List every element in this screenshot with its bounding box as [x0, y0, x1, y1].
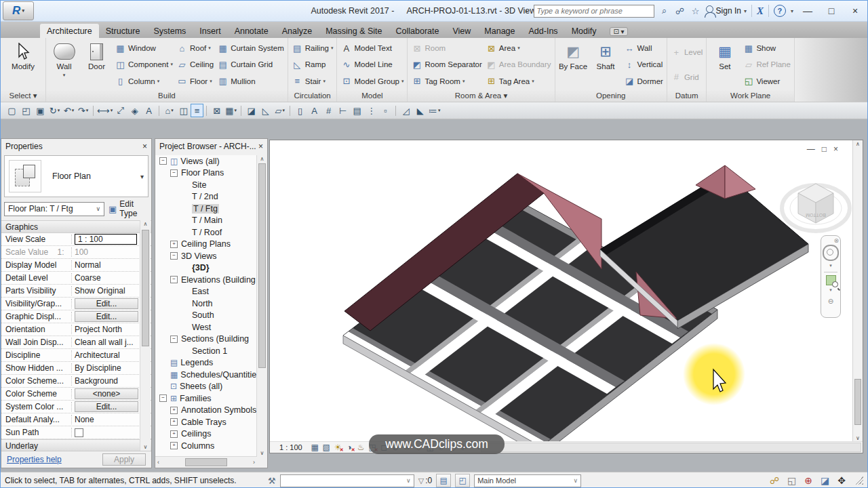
- property-value[interactable]: Coarse: [75, 273, 101, 283]
- tab-manage[interactable]: Manage: [477, 24, 521, 38]
- property-value[interactable]: 100: [75, 247, 88, 257]
- roof-button[interactable]: ⌂Roof▾: [176, 41, 214, 56]
- dormer-button[interactable]: ◪Dormer: [624, 74, 663, 89]
- property-value[interactable]: Project North: [75, 325, 122, 334]
- open-icon[interactable]: ◰: [19, 104, 33, 117]
- tree-item-t-main[interactable]: T / Main: [155, 215, 257, 227]
- search-icon[interactable]: ⌕: [659, 5, 670, 16]
- tree-item-3d-views[interactable]: −3D Views: [155, 250, 257, 262]
- property-value[interactable]: Architectural: [75, 350, 120, 360]
- revit-app-menu-button[interactable]: R▾: [3, 1, 34, 20]
- view-minimize-icon[interactable]: —: [807, 144, 815, 154]
- thin-lines-icon[interactable]: ≡: [191, 104, 203, 117]
- property-value[interactable]: By Discipline: [75, 363, 121, 373]
- switch-windows-icon[interactable]: ▦▾: [224, 104, 238, 117]
- railing-button[interactable]: ▤Railing▾: [292, 41, 334, 56]
- tab-structure[interactable]: Structure: [99, 24, 147, 38]
- join-icon[interactable]: ◣: [413, 104, 427, 117]
- properties-help-link[interactable]: Properties help: [7, 455, 62, 464]
- property-value[interactable]: Clean all wall j...: [75, 338, 134, 347]
- select-underlay-elements-icon[interactable]: ◱: [787, 475, 796, 486]
- tree-item-south[interactable]: South: [155, 310, 257, 322]
- tab-collaborate[interactable]: Collaborate: [389, 24, 446, 38]
- tree-item-north[interactable]: North: [155, 298, 257, 310]
- model-line-button[interactable]: ∿Model Line: [340, 57, 403, 72]
- wall-button[interactable]: Wall▾: [48, 39, 80, 90]
- tree-item-west[interactable]: West: [155, 321, 257, 333]
- tree-item-site[interactable]: Site: [155, 179, 257, 191]
- mullion-button[interactable]: ▥Mullion: [217, 74, 284, 89]
- visual-style-icon[interactable]: ▧: [321, 443, 332, 452]
- expand-toggle-icon[interactable]: +: [170, 442, 178, 449]
- undo-icon[interactable]: ↶▾: [62, 104, 76, 117]
- shadows-icon[interactable]: ◑✕: [344, 443, 355, 452]
- view-type-combo[interactable]: Floor Plan: T / Ftg∨: [4, 202, 104, 216]
- door-button[interactable]: Door: [81, 39, 113, 90]
- new-icon[interactable]: ▢: [5, 104, 19, 117]
- section-icon[interactable]: ◫: [176, 104, 191, 117]
- tree-item-t-roof[interactable]: T / Roof: [155, 226, 257, 239]
- view-close-icon[interactable]: ×: [833, 144, 838, 154]
- maximize-button[interactable]: □: [822, 5, 841, 16]
- tree-item-ceiling-plans[interactable]: +Ceiling Plans: [155, 239, 257, 251]
- aligned-dimension-icon[interactable]: ⤢: [113, 104, 127, 117]
- design-options-icon[interactable]: ◰: [455, 474, 470, 487]
- select-pinned-elements-icon[interactable]: ⊕: [804, 475, 812, 486]
- close-hidden-windows-icon[interactable]: ⊠: [210, 104, 224, 117]
- align-icon[interactable]: ⊢: [336, 104, 350, 117]
- measure-icon[interactable]: ⟷▾: [96, 104, 113, 117]
- drag-elements-on-selection-icon[interactable]: ✥: [837, 475, 846, 486]
- collapse-toggle-icon[interactable]: −: [170, 336, 178, 343]
- model-text-button[interactable]: AModel Text: [340, 41, 403, 56]
- collapse-toggle-icon[interactable]: −: [170, 169, 178, 177]
- close-button[interactable]: ×: [846, 5, 865, 16]
- expand-toggle-icon[interactable]: +: [170, 407, 178, 414]
- model-text-tool-icon[interactable]: A: [307, 104, 321, 117]
- window-button[interactable]: ▦Window: [115, 41, 173, 56]
- tree-item-annotation-symbols[interactable]: +Annotation Symbols: [155, 405, 257, 417]
- property-button[interactable]: Edit...: [75, 298, 138, 309]
- show-rendering-dialog-icon[interactable]: ♨: [355, 443, 367, 452]
- view-horizontal-scrollbar[interactable]: [481, 443, 861, 452]
- collapse-toggle-icon[interactable]: −: [170, 276, 178, 283]
- type-selector[interactable]: Floor Plan ▾: [4, 155, 149, 197]
- tab-add-ins[interactable]: Add-Ins: [522, 24, 565, 38]
- area-button[interactable]: ⊠Area▾: [486, 41, 551, 56]
- paint-icon[interactable]: ◪: [244, 104, 258, 117]
- search-expander-icon[interactable]: ▸: [526, 7, 529, 14]
- project-browser-close-icon[interactable]: ×: [258, 142, 263, 151]
- modify-button[interactable]: Modify: [7, 39, 39, 90]
- stair-button[interactable]: ≡Stair▾: [292, 74, 334, 89]
- properties-close-icon[interactable]: ×: [142, 142, 147, 151]
- active-workset-combo[interactable]: ∨: [280, 474, 414, 487]
- viewcube[interactable]: BOTTOM: [772, 166, 853, 244]
- tag-room-button[interactable]: ⊞Tag Room▾: [411, 74, 481, 89]
- text-icon[interactable]: A: [142, 104, 156, 117]
- favorites-star-icon[interactable]: ☆: [690, 6, 701, 16]
- browser-vertical-scrollbar[interactable]: ∧ ∨: [256, 155, 267, 457]
- wheel-dropdown-icon[interactable]: ▾: [829, 263, 832, 268]
- property-value[interactable]: None: [75, 415, 94, 424]
- floor-button[interactable]: ▭Floor▾: [176, 74, 214, 89]
- select-elements-by-face-icon[interactable]: ◪: [821, 475, 829, 486]
- property-value[interactable]: Normal: [75, 260, 101, 270]
- save-icon[interactable]: ▣: [33, 104, 47, 117]
- element-list-icon[interactable]: ≔▾: [427, 104, 441, 117]
- editable-only-icon[interactable]: ▤: [436, 474, 451, 487]
- navbar-minimize-icon[interactable]: ⊖: [828, 298, 833, 305]
- help-dropdown-icon[interactable]: ▾: [791, 8, 793, 14]
- sun-path-icon[interactable]: ☀✕: [332, 443, 344, 452]
- tree-item-section-1[interactable]: Section 1: [155, 345, 257, 357]
- tab-analyze[interactable]: Analyze: [275, 24, 319, 38]
- help-icon[interactable]: ?: [774, 5, 786, 17]
- property-value[interactable]: Show Original: [75, 286, 125, 296]
- wall-opening-button[interactable]: ↔Wall: [624, 41, 663, 56]
- column-button[interactable]: ▯Column▾: [115, 74, 173, 89]
- zoom-dropdown-icon[interactable]: ▾: [829, 287, 832, 293]
- viewer-button[interactable]: ◱Viewer: [743, 74, 791, 89]
- ceiling-button[interactable]: ▱Ceiling: [176, 57, 214, 72]
- tab-massing-site[interactable]: Massing & Site: [319, 24, 389, 38]
- set-button[interactable]: ▦Set: [709, 39, 741, 90]
- tree-item-elevations-building[interactable]: −Elevations (Building: [155, 274, 257, 286]
- tree-item-3d[interactable]: {3D}: [155, 262, 257, 274]
